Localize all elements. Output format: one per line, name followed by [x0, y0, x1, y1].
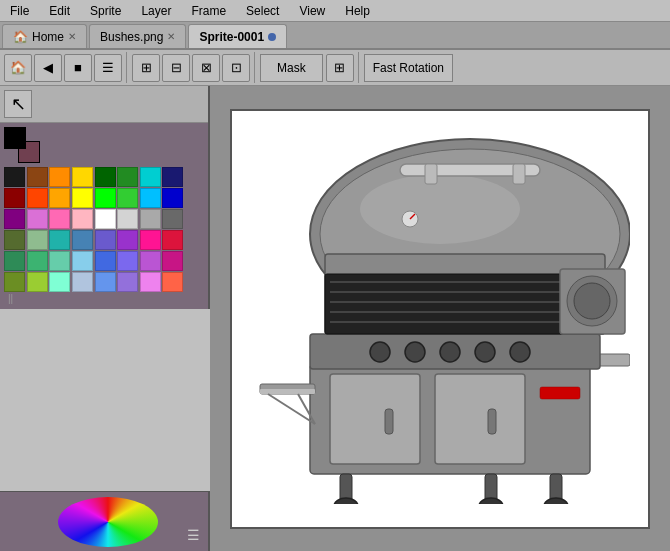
svg-rect-25 — [425, 164, 437, 184]
palette-cell-22[interactable] — [140, 209, 161, 229]
svg-line-39 — [268, 394, 315, 424]
palette-cell-31[interactable] — [162, 230, 183, 250]
palette-cell-42[interactable] — [49, 272, 70, 292]
svg-point-9 — [370, 342, 390, 362]
tool-select-icon[interactable]: ↖ — [4, 90, 32, 118]
palette-header — [4, 127, 204, 163]
tool-home-btn[interactable]: 🏠 — [4, 54, 32, 82]
palette-cell-21[interactable] — [117, 209, 138, 229]
color-wheel[interactable] — [58, 497, 158, 547]
fg-color-swatch[interactable] — [4, 127, 26, 149]
menu-help[interactable]: Help — [339, 2, 376, 20]
palette-cell-26[interactable] — [49, 230, 70, 250]
palette-cell-2[interactable] — [49, 167, 70, 187]
tool-stop-btn[interactable]: ■ — [64, 54, 92, 82]
palette-cell-44[interactable] — [95, 272, 116, 292]
palette-cell-30[interactable] — [140, 230, 161, 250]
canvas-area — [210, 86, 670, 551]
palette-cell-5[interactable] — [117, 167, 138, 187]
fast-rotation-button[interactable]: Fast Rotation — [364, 54, 453, 82]
palette-cell-39[interactable] — [162, 251, 183, 271]
tab-bushes-label: Bushes.png — [100, 30, 163, 44]
cursor-icon: ↖ — [11, 93, 26, 115]
palette-cell-0[interactable] — [4, 167, 25, 187]
tool-group-sprite: ⊞ ⊟ ⊠ ⊡ — [132, 52, 255, 83]
mask-button[interactable]: Mask — [260, 54, 323, 82]
menu-sprite[interactable]: Sprite — [84, 2, 127, 20]
tab-bushes[interactable]: Bushes.png ✕ — [89, 24, 186, 48]
palette-cell-10[interactable] — [49, 188, 70, 208]
palette-cell-40[interactable] — [4, 272, 25, 292]
palette-cell-35[interactable] — [72, 251, 93, 271]
palette-cell-4[interactable] — [95, 167, 116, 187]
svg-point-33 — [479, 498, 503, 504]
tool-grid4-btn[interactable]: ⊡ — [222, 54, 250, 82]
menu-bar: File Edit Sprite Layer Frame Select View… — [0, 0, 670, 22]
palette-cell-18[interactable] — [49, 209, 70, 229]
palette-cell-28[interactable] — [95, 230, 116, 250]
tool-extra-btn[interactable]: ⊞ — [326, 54, 354, 82]
palette-cell-6[interactable] — [140, 167, 161, 187]
palette-cell-41[interactable] — [27, 272, 48, 292]
palette-grid — [4, 167, 184, 292]
tab-home[interactable]: 🏠 Home ✕ — [2, 24, 87, 48]
svg-point-31 — [334, 498, 358, 504]
palette-cell-14[interactable] — [140, 188, 161, 208]
tool-grid2-btn[interactable]: ⊟ — [162, 54, 190, 82]
divider-handle: || — [4, 292, 204, 305]
palette-cell-7[interactable] — [162, 167, 183, 187]
menu-layer[interactable]: Layer — [135, 2, 177, 20]
palette-cell-25[interactable] — [27, 230, 48, 250]
palette-cell-11[interactable] — [72, 188, 93, 208]
canvas-frame — [230, 109, 650, 529]
palette-cell-47[interactable] — [162, 272, 183, 292]
tools-row: ↖ — [0, 86, 208, 123]
palette-cell-9[interactable] — [27, 188, 48, 208]
tool-menu-btn[interactable]: ☰ — [94, 54, 122, 82]
palette-cell-38[interactable] — [140, 251, 161, 271]
palette-cell-36[interactable] — [95, 251, 116, 271]
svg-rect-1 — [330, 374, 420, 464]
menu-select[interactable]: Select — [240, 2, 285, 20]
svg-rect-26 — [513, 164, 525, 184]
palette-cell-29[interactable] — [117, 230, 138, 250]
palette-cell-12[interactable] — [95, 188, 116, 208]
palette-cell-17[interactable] — [27, 209, 48, 229]
palette-cell-20[interactable] — [95, 209, 116, 229]
tab-home-label: Home — [32, 30, 64, 44]
fg-bg-colors — [4, 127, 40, 163]
palette-cell-13[interactable] — [117, 188, 138, 208]
palette-cell-46[interactable] — [140, 272, 161, 292]
tab-bushes-close[interactable]: ✕ — [167, 31, 175, 42]
svg-rect-3 — [385, 409, 393, 434]
palette-cell-33[interactable] — [27, 251, 48, 271]
svg-rect-38 — [540, 387, 580, 399]
palette-cell-16[interactable] — [4, 209, 25, 229]
color-palette: || — [0, 123, 208, 309]
menu-edit[interactable]: Edit — [43, 2, 76, 20]
palette-cell-1[interactable] — [27, 167, 48, 187]
palette-cell-34[interactable] — [49, 251, 70, 271]
palette-cell-8[interactable] — [4, 188, 25, 208]
svg-point-11 — [440, 342, 460, 362]
palette-cell-15[interactable] — [162, 188, 183, 208]
menu-view[interactable]: View — [293, 2, 331, 20]
palette-cell-24[interactable] — [4, 230, 25, 250]
palette-cell-37[interactable] — [117, 251, 138, 271]
tab-home-close[interactable]: ✕ — [68, 31, 76, 42]
palette-cell-19[interactable] — [72, 209, 93, 229]
tool-grid-btn[interactable]: ⊞ — [132, 54, 160, 82]
palette-cell-23[interactable] — [162, 209, 183, 229]
bottom-panel: ☰ — [0, 491, 210, 551]
palette-cell-45[interactable] — [117, 272, 138, 292]
palette-cell-3[interactable] — [72, 167, 93, 187]
tool-back-btn[interactable]: ◀ — [34, 54, 62, 82]
panel-menu-icon[interactable]: ☰ — [187, 527, 200, 543]
menu-frame[interactable]: Frame — [185, 2, 232, 20]
tool-grid3-btn[interactable]: ⊠ — [192, 54, 220, 82]
palette-cell-32[interactable] — [4, 251, 25, 271]
tab-sprite[interactable]: Sprite-0001 — [188, 24, 287, 48]
menu-file[interactable]: File — [4, 2, 35, 20]
palette-cell-43[interactable] — [72, 272, 93, 292]
palette-cell-27[interactable] — [72, 230, 93, 250]
